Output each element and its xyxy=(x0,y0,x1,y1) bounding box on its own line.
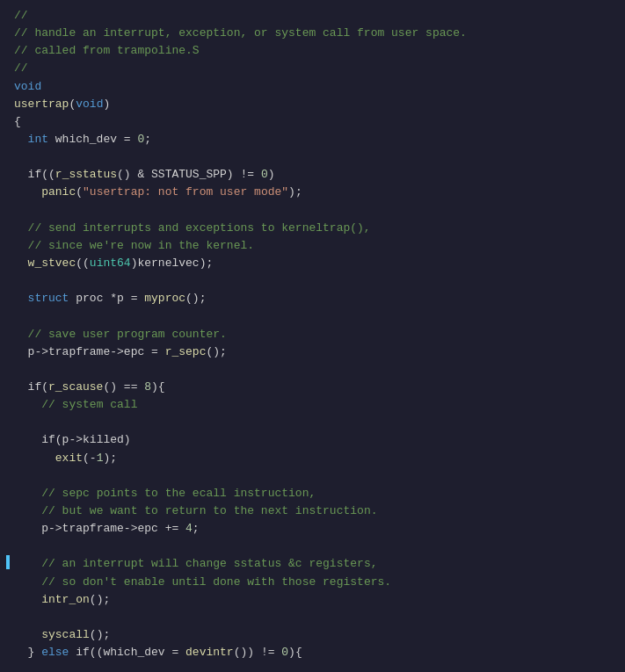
code-content-12 xyxy=(14,202,616,220)
code-content-28: // sepc points to the ecall instruction, xyxy=(14,485,616,502)
code-line-10: if((r_sstatus() & SSTATUS_SPP) != 0) xyxy=(0,166,625,184)
code-content-26: exit(-1); xyxy=(14,450,616,467)
code-content-27 xyxy=(14,467,616,485)
code-line-32: // an interrupt will change sstatus &c r… xyxy=(0,555,625,573)
code-line-37: } else if((which_dev = devintr()) != 0){ xyxy=(0,644,625,661)
code-content-21 xyxy=(14,361,616,379)
code-content-5: void xyxy=(14,78,616,96)
code-line-33: // so don't enable until done with those… xyxy=(0,574,625,591)
code-content-8: int which_dev = 0; xyxy=(14,131,616,148)
code-line-4: // xyxy=(0,60,625,77)
code-content-15: w_stvec((uint64)kernelvec); xyxy=(14,255,616,272)
code-content-7: { xyxy=(14,113,616,131)
code-line-9 xyxy=(0,148,625,166)
code-line-12 xyxy=(0,202,625,220)
code-line-6: usertrap(void) xyxy=(0,96,625,113)
code-line-24 xyxy=(0,414,625,431)
code-content-6: usertrap(void) xyxy=(14,96,616,113)
code-line-35 xyxy=(0,609,625,626)
code-line-14: // since we're now in the kernel. xyxy=(0,237,625,255)
code-line-29: // but we want to return to the next ins… xyxy=(0,502,625,520)
code-line-8: int which_dev = 0; xyxy=(0,131,625,148)
code-content-24 xyxy=(14,414,616,431)
code-line-26: exit(-1); xyxy=(0,450,625,467)
code-line-21 xyxy=(0,361,625,379)
line-marker-32 xyxy=(5,555,11,569)
code-line-17: struct proc *p = myproc(); xyxy=(0,290,625,307)
code-line-3: // called from trampoline.S xyxy=(0,42,625,60)
code-content-13: // send interrupts and exceptions to ker… xyxy=(14,220,616,237)
code-line-16 xyxy=(0,272,625,290)
code-content-35 xyxy=(14,609,616,626)
code-content-16 xyxy=(14,272,616,290)
code-line-34: intr_on(); xyxy=(0,591,625,609)
code-content-18 xyxy=(14,307,616,325)
code-content-19: // save user program counter. xyxy=(14,326,616,343)
code-content-30: p->trapframe->epc += 4; xyxy=(14,520,616,538)
code-content-20: p->trapframe->epc = r_sepc(); xyxy=(14,343,616,361)
code-content-31 xyxy=(14,538,616,555)
code-content-4: // xyxy=(14,60,616,77)
code-line-30: p->trapframe->epc += 4; xyxy=(0,520,625,538)
code-editor: // // handle an interrupt, exception, or… xyxy=(0,0,625,672)
code-line-36: syscall(); xyxy=(0,626,625,644)
code-line-13: // send interrupts and exceptions to ker… xyxy=(0,220,625,237)
code-line-7: { xyxy=(0,113,625,131)
code-line-1: // xyxy=(0,7,625,25)
code-line-11: panic("usertrap: not from user mode"); xyxy=(0,184,625,201)
code-content-25: if(p->killed) xyxy=(14,431,616,449)
code-line-19: // save user program counter. xyxy=(0,326,625,343)
code-content-14: // since we're now in the kernel. xyxy=(14,237,616,255)
code-content-22: if(r_scause() == 8){ xyxy=(14,379,616,396)
code-line-22: if(r_scause() == 8){ xyxy=(0,379,625,396)
code-line-20: p->trapframe->epc = r_sepc(); xyxy=(0,343,625,361)
code-line-18 xyxy=(0,307,625,325)
breakpoint-marker[interactable] xyxy=(6,555,10,569)
code-content-33: // so don't enable until done with those… xyxy=(14,574,616,591)
code-line-2: // handle an interrupt, exception, or sy… xyxy=(0,25,625,42)
code-content-3: // called from trampoline.S xyxy=(14,42,616,60)
code-content-36: syscall(); xyxy=(14,626,616,644)
code-content-17: struct proc *p = myproc(); xyxy=(14,290,616,307)
code-content-10: if((r_sstatus() & SSTATUS_SPP) != 0) xyxy=(14,166,616,184)
code-content-11: panic("usertrap: not from user mode"); xyxy=(14,184,616,201)
code-content-37: } else if((which_dev = devintr()) != 0){ xyxy=(14,644,616,661)
code-line-28: // sepc points to the ecall instruction, xyxy=(0,485,625,502)
code-content-9 xyxy=(14,148,616,166)
code-content-1: // xyxy=(14,7,616,25)
code-line-31 xyxy=(0,538,625,555)
code-line-27 xyxy=(0,467,625,485)
code-content-32: // an interrupt will change sstatus &c r… xyxy=(14,555,616,573)
code-content-29: // but we want to return to the next ins… xyxy=(14,502,616,520)
code-line-5: void xyxy=(0,78,625,96)
code-line-25: if(p->killed) xyxy=(0,431,625,449)
code-line-15: w_stvec((uint64)kernelvec); xyxy=(0,255,625,272)
code-content-2: // handle an interrupt, exception, or sy… xyxy=(14,25,616,42)
code-content-34: intr_on(); xyxy=(14,591,616,609)
code-line-23: // system call xyxy=(0,396,625,414)
code-content-23: // system call xyxy=(14,396,616,414)
